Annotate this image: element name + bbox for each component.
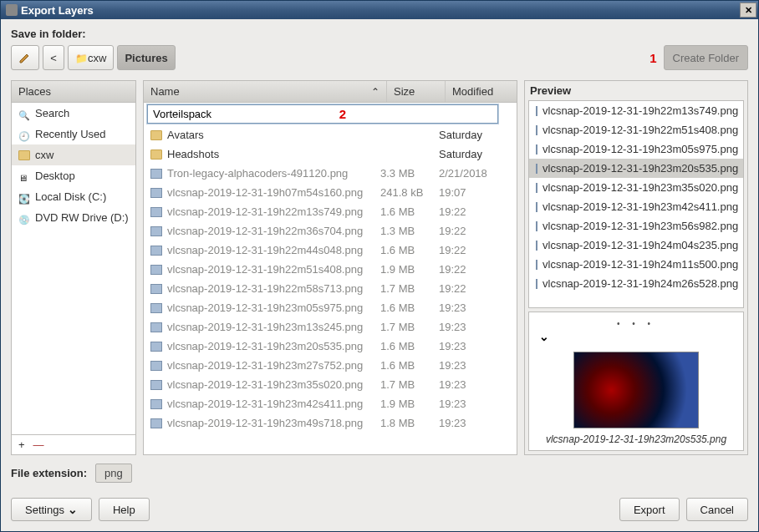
file-row[interactable]: vlcsnap-2019-12-31-19h23m20s535.png1.6 M… bbox=[144, 337, 517, 356]
places-remove-button[interactable]: — bbox=[33, 438, 44, 451]
file-size: 1.6 MB bbox=[380, 340, 439, 352]
file-modified: 19:22 bbox=[439, 205, 510, 218]
file-row[interactable]: HeadshotsSaturday bbox=[144, 144, 517, 164]
image-file-icon bbox=[150, 418, 162, 428]
cancel-button[interactable]: Cancel bbox=[686, 498, 748, 521]
file-row[interactable]: vlcsnap-2019-12-31-19h23m27s752.png1.6 M… bbox=[144, 356, 517, 375]
file-row[interactable]: vlcsnap-2019-12-31-19h22m13s749.png1.6 M… bbox=[144, 202, 517, 221]
file-name: vlcsnap-2019-12-31-19h23m13s245.png bbox=[167, 321, 363, 333]
image-file-icon bbox=[150, 246, 162, 256]
annotation-2: 2 bbox=[339, 107, 346, 121]
file-size: 1.6 MB bbox=[380, 244, 439, 256]
pencil-icon bbox=[18, 51, 32, 64]
places-item[interactable]: DVD RW Drive (D:) bbox=[12, 207, 135, 228]
places-item[interactable]: Search bbox=[12, 103, 135, 124]
file-size: 1.6 MB bbox=[380, 301, 439, 314]
preview-item[interactable]: vlcsnap-2019-12-31-19h23m56s982.png bbox=[529, 216, 743, 236]
file-name: vlcsnap-2019-12-31-19h22m36s704.png bbox=[167, 225, 363, 237]
file-size: 1.3 MB bbox=[380, 225, 439, 237]
col-size[interactable]: Size bbox=[387, 81, 446, 102]
places-add-button[interactable]: + bbox=[18, 438, 25, 451]
rename-input[interactable] bbox=[147, 104, 498, 124]
preview-item[interactable]: vlcsnap-2019-12-31-19h23m42s411.png bbox=[529, 197, 743, 216]
places-item-label: Search bbox=[35, 107, 69, 119]
preview-item[interactable]: vlcsnap-2019-12-31-19h24m11s500.png bbox=[529, 255, 743, 274]
preview-list: vlcsnap-2019-12-31-19h22m13s749.pngvlcsn… bbox=[528, 100, 744, 308]
preview-item-label: vlcsnap-2019-12-31-19h24m11s500.png bbox=[543, 258, 738, 271]
preview-item[interactable]: vlcsnap-2019-12-31-19h24m04s235.png bbox=[529, 236, 743, 255]
col-name[interactable]: Name bbox=[144, 81, 387, 102]
image-file-icon bbox=[536, 221, 537, 231]
image-file-icon bbox=[536, 125, 537, 135]
settings-button[interactable]: Settings bbox=[11, 498, 92, 521]
sort-asc-icon bbox=[371, 85, 380, 98]
file-row[interactable]: vlcsnap-2019-12-31-19h22m58s713.png1.7 M… bbox=[144, 279, 517, 298]
file-row[interactable]: vlcsnap-2019-12-31-19h23m13s245.png1.7 M… bbox=[144, 317, 517, 337]
app-icon bbox=[6, 4, 18, 16]
places-item[interactable]: Desktop bbox=[12, 165, 135, 186]
edit-path-button[interactable] bbox=[11, 45, 39, 70]
folder-icon bbox=[150, 149, 162, 160]
file-name: vlcsnap-2019-12-31-19h22m51s408.png bbox=[167, 263, 363, 276]
file-modified: 19:23 bbox=[439, 321, 510, 333]
preview-item[interactable]: vlcsnap-2019-12-31-19h22m51s408.png bbox=[529, 120, 743, 139]
file-extension-value[interactable]: png bbox=[95, 464, 132, 483]
file-row[interactable]: vlcsnap-2019-12-31-19h22m51s408.png1.9 M… bbox=[144, 260, 517, 279]
file-row[interactable]: vlcsnap-2019-12-31-19h23m42s411.png1.9 M… bbox=[144, 394, 517, 413]
window-title: Export Layers bbox=[21, 4, 94, 17]
preview-thumbnail bbox=[573, 352, 699, 428]
file-size: 1.9 MB bbox=[380, 398, 439, 410]
places-item-label: Recently Used bbox=[35, 128, 106, 140]
close-button[interactable]: ✕ bbox=[740, 3, 756, 18]
preview-item[interactable]: vlcsnap-2019-12-31-19h24m26s528.png bbox=[529, 274, 743, 293]
file-row[interactable]: vlcsnap-2019-12-31-19h23m35s020.png1.7 M… bbox=[144, 375, 517, 394]
image-file-icon bbox=[150, 265, 162, 275]
files-header-row: Name Size Modified bbox=[144, 81, 517, 103]
help-button[interactable]: Help bbox=[99, 498, 150, 521]
file-modified: 19:22 bbox=[439, 282, 510, 295]
preview-item[interactable]: vlcsnap-2019-12-31-19h23m05s975.png bbox=[529, 139, 743, 159]
image-file-icon bbox=[150, 188, 162, 198]
file-name: vlcsnap-2019-12-31-19h23m35s020.png bbox=[167, 378, 363, 391]
export-button[interactable]: Export bbox=[619, 498, 680, 521]
preview-panel: Preview vlcsnap-2019-12-31-19h22m13s749.… bbox=[524, 80, 748, 455]
file-row[interactable]: AvatarsSaturday bbox=[144, 125, 517, 144]
preview-item-label: vlcsnap-2019-12-31-19h22m51s408.png bbox=[543, 124, 738, 136]
image-file-icon bbox=[150, 207, 162, 217]
places-header: Places bbox=[12, 81, 135, 103]
file-row[interactable]: vlcsnap-2019-12-31-19h23m49s718.png1.8 M… bbox=[144, 413, 517, 433]
preview-item[interactable]: vlcsnap-2019-12-31-19h23m35s020.png bbox=[529, 178, 743, 197]
preview-item-label: vlcsnap-2019-12-31-19h23m05s975.png bbox=[543, 143, 738, 155]
image-file-icon bbox=[150, 226, 162, 236]
files-body: 2 AvatarsSaturdayHeadshotsSaturdayTron-l… bbox=[144, 103, 517, 454]
preview-item-label: vlcsnap-2019-12-31-19h24m04s235.png bbox=[543, 239, 738, 251]
path-current-folder[interactable]: Pictures bbox=[117, 45, 175, 70]
preview-item[interactable]: vlcsnap-2019-12-31-19h22m13s749.png bbox=[529, 101, 743, 120]
preview-collapse-toggle[interactable] bbox=[536, 328, 736, 348]
file-row[interactable]: vlcsnap-2019-12-31-19h22m36s704.png1.3 M… bbox=[144, 221, 517, 241]
image-file-icon bbox=[150, 284, 162, 294]
path-back-button[interactable]: < bbox=[43, 45, 64, 70]
preview-item-label: vlcsnap-2019-12-31-19h24m26s528.png bbox=[543, 277, 738, 290]
files-panel: Name Size Modified 2 AvatarsSaturdayHead… bbox=[143, 80, 517, 455]
preview-item[interactable]: vlcsnap-2019-12-31-19h23m20s535.png bbox=[529, 159, 743, 178]
file-row[interactable]: vlcsnap-2019-12-31-19h07m54s160.png241.8… bbox=[144, 183, 517, 202]
col-modified[interactable]: Modified bbox=[446, 81, 517, 102]
file-modified: Saturday bbox=[439, 148, 510, 160]
chevron-down-icon bbox=[539, 331, 549, 343]
places-item[interactable]: Local Disk (C:) bbox=[12, 186, 135, 207]
places-list: SearchRecently UsedcxwDesktopLocal Disk … bbox=[12, 103, 135, 434]
image-file-icon bbox=[150, 342, 162, 352]
image-file-icon bbox=[150, 169, 162, 179]
create-folder-button[interactable]: Create Folder bbox=[664, 45, 748, 70]
places-item-label: Desktop bbox=[35, 170, 75, 182]
preview-caption: vlcsnap-2019-12-31-19h23m20s535.png bbox=[536, 433, 736, 445]
places-item[interactable]: Recently Used bbox=[12, 124, 135, 144]
path-folder-cxw[interactable]: cxw bbox=[68, 45, 114, 70]
file-row[interactable]: vlcsnap-2019-12-31-19h23m05s975.png1.6 M… bbox=[144, 298, 517, 317]
file-size: 3.3 MB bbox=[380, 167, 439, 180]
places-item[interactable]: cxw bbox=[12, 144, 135, 165]
disk-icon bbox=[18, 192, 30, 202]
file-row[interactable]: Tron-legacy-alphacoders-491120.png3.3 MB… bbox=[144, 164, 517, 183]
file-row[interactable]: vlcsnap-2019-12-31-19h22m44s048.png1.6 M… bbox=[144, 241, 517, 260]
